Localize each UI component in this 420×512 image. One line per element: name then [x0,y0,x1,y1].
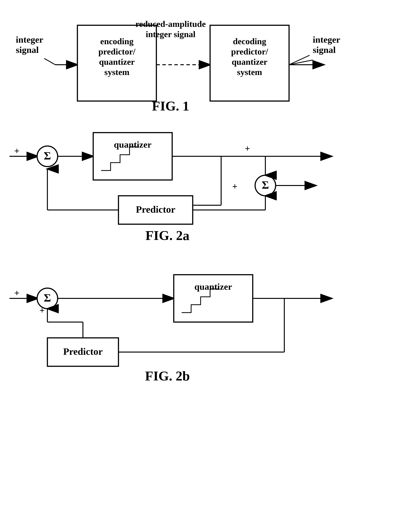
svg-text:+: + [14,288,19,298]
svg-text:+: + [39,305,45,315]
svg-text:Predictor: Predictor [136,204,175,215]
svg-text:Σ: Σ [44,292,51,304]
svg-text:+: + [14,146,19,156]
svg-text:quantizer: quantizer [99,57,135,67]
svg-text:Predictor: Predictor [63,346,103,357]
svg-text:decoding: decoding [233,37,266,46]
svg-text:integer: integer [313,34,340,45]
svg-text:+: + [245,143,250,154]
svg-text:quantizer: quantizer [195,282,232,292]
fig2a-svg: + Σ - quantizer Predictor + Σ + [0,120,420,249]
svg-text:system: system [105,67,129,77]
svg-text:predictor/: predictor/ [231,47,268,56]
svg-text:signal: signal [313,45,336,55]
svg-text:-: - [43,160,46,170]
fig1-svg: integer signal encoding predictor/ quant… [0,6,420,117]
svg-text:integer signal: integer signal [146,29,195,39]
svg-text:system: system [237,67,262,77]
svg-text:Σ: Σ [262,179,269,191]
svg-text:integer: integer [16,34,43,45]
svg-line-16 [44,59,55,65]
svg-text:+: + [232,181,237,192]
svg-line-35 [289,55,310,65]
svg-text:FIG. 2a: FIG. 2a [145,228,189,243]
svg-text:quantizer: quantizer [114,139,151,150]
svg-text:signal: signal [16,45,39,55]
svg-text:FIG. 2b: FIG. 2b [145,369,190,383]
svg-text:FIG. 1: FIG. 1 [152,98,189,113]
svg-line-31 [289,60,313,65]
svg-text:reduced-amplitude: reduced-amplitude [135,19,206,29]
svg-text:predictor/: predictor/ [98,47,135,56]
fig2b-svg: + Σ + quantizer Predictor FIG. 2b [0,262,420,388]
svg-text:encoding: encoding [100,37,134,46]
svg-text:quantizer: quantizer [232,57,267,67]
full-page: integer signal encoding predictor/ quant… [0,0,420,512]
